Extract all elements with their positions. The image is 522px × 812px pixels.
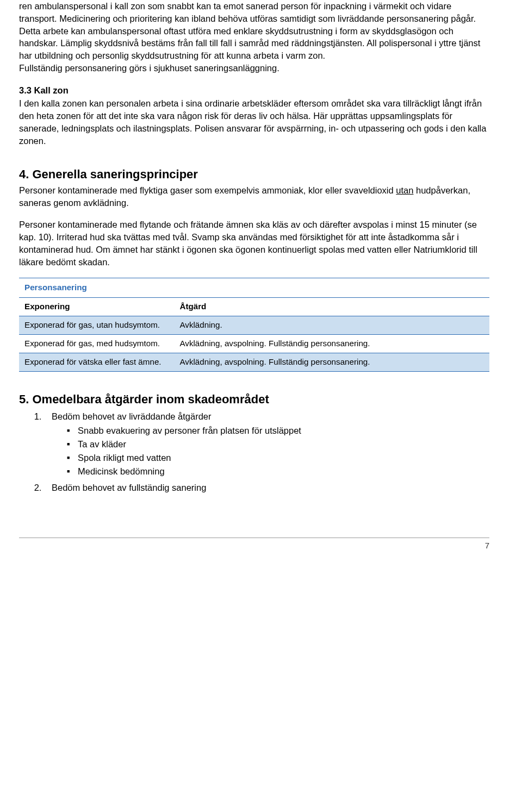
bullet-item: Medicinsk bedömning bbox=[78, 465, 489, 478]
heading-5: 5. Omedelbara åtgärder inom skadeområdet bbox=[19, 391, 489, 408]
bullet-item: Ta av kläder bbox=[78, 438, 489, 451]
personsanering-table: Personsanering Exponering Åtgärd Exponer… bbox=[19, 278, 489, 372]
page-number: 7 bbox=[485, 541, 489, 550]
heading-3-3: 3.3 Kall zon bbox=[19, 84, 489, 97]
table-cell: Avklädning. bbox=[174, 316, 489, 335]
li1-text: Bedöm behovet av livräddande åtgärder bbox=[52, 411, 212, 421]
body-3-3: I den kalla zonen kan personalen arbeta … bbox=[19, 97, 489, 147]
s4-p1a: Personer kontaminerade med flyktiga gase… bbox=[19, 185, 396, 195]
page-footer: 7 bbox=[19, 538, 489, 552]
bullet-item: Snabb evakuering av personer från platse… bbox=[78, 424, 489, 437]
numbered-list: Bedöm behovet av livräddande åtgärder Sn… bbox=[19, 410, 489, 495]
table-cell: Avklädning, avspolning. Fullständig pers… bbox=[174, 335, 489, 353]
s4-p1: Personer kontaminerade med flyktiga gase… bbox=[19, 184, 489, 209]
bullet-list: Snabb evakuering av personer från platse… bbox=[52, 424, 489, 477]
table-cell: Avklädning, avspolning. Fullständig pers… bbox=[174, 353, 489, 372]
intro-paragraph: ren ambulanspersonal i kall zon som snab… bbox=[19, 0, 489, 74]
table-cell: Exponerad för vätska eller fast ämne. bbox=[19, 353, 174, 372]
list-item: Bedöm behovet av livräddande åtgärder Sn… bbox=[44, 410, 489, 478]
para1-text: ren ambulanspersonal i kall zon som snab… bbox=[19, 1, 480, 60]
para1b-text: Fullständig personsanering görs i sjukhu… bbox=[19, 63, 279, 73]
heading-4: 4. Generella saneringsprinciper bbox=[19, 166, 489, 183]
s4-p2: Personer kontaminerade med flytande och … bbox=[19, 218, 489, 268]
table-header-exponering: Exponering bbox=[19, 298, 174, 316]
list-item: Bedöm behovet av fullständig sanering bbox=[44, 482, 489, 494]
table-title: Personsanering bbox=[19, 278, 489, 298]
table-cell: Exponerad för gas, utan hudsymtom. bbox=[19, 316, 174, 335]
table-header-atgard: Åtgärd bbox=[174, 298, 489, 316]
bullet-item: Spola rikligt med vatten bbox=[78, 452, 489, 464]
table-cell: Exponerad för gas, med hudsymtom. bbox=[19, 335, 174, 353]
s4-p1-underline: utan bbox=[396, 185, 413, 195]
